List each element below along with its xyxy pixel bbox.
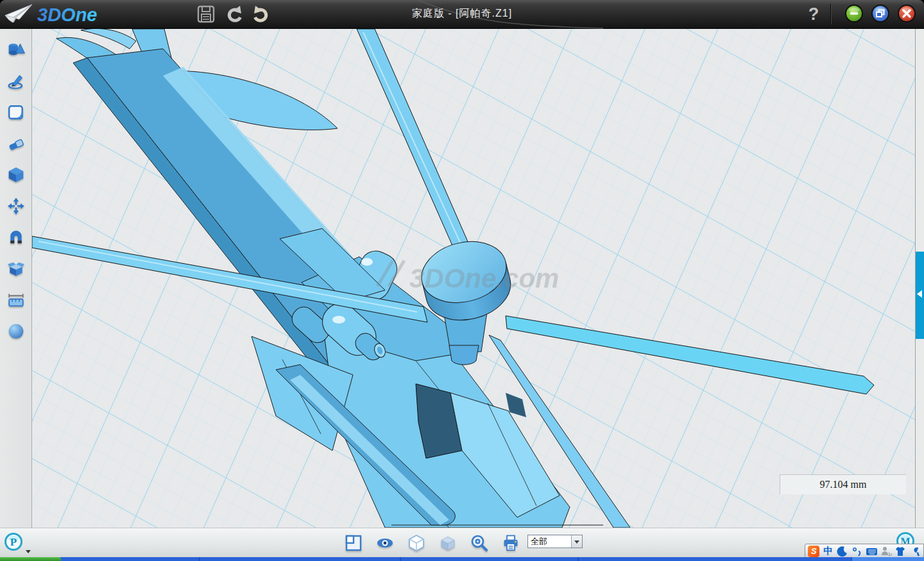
shaded-display-button[interactable]	[439, 534, 457, 552]
minimize-button[interactable]	[844, 4, 864, 23]
wireframe-display-button[interactable]	[407, 534, 425, 552]
os-taskbar[interactable]	[0, 557, 924, 561]
application-window: 3DOne 家庭版 - [阿帕奇.Z1] ?	[0, 0, 924, 561]
sidebar-item-measure[interactable]	[7, 291, 25, 309]
close-button[interactable]	[897, 4, 916, 23]
svg-text:P: P	[10, 536, 17, 548]
sidebar-item-solid-edit[interactable]	[7, 166, 25, 184]
ime-softkeyboard-button[interactable]	[865, 545, 878, 557]
view-toolbar: P	[0, 528, 924, 557]
display-filter-button[interactable]	[571, 535, 582, 548]
keyboard-icon	[866, 546, 878, 557]
minimize-glyph	[850, 12, 859, 15]
watermark-text: 3DOne.com	[409, 263, 559, 293]
titlebar-divider	[830, 4, 831, 24]
ime-punctuation-toggle[interactable]	[851, 545, 864, 557]
sidebar-item-assembly-box[interactable]	[7, 259, 25, 277]
right-panel-strip	[915, 29, 924, 528]
tool-sidebar	[0, 29, 32, 528]
visibility-eye-button[interactable]	[376, 534, 394, 552]
display-filter-select[interactable]: 全部	[527, 535, 583, 548]
engine-highlight	[361, 258, 373, 266]
sidebar-item-sketch-edit[interactable]	[7, 103, 25, 121]
sidebar-item-material-render[interactable]	[7, 322, 25, 340]
title-bar[interactable]: 3DOne 家庭版 - [阿帕奇.Z1] ?	[0, 0, 924, 29]
sidebar-item-primitive-solids[interactable]	[7, 41, 25, 59]
ime-skin-button[interactable]	[894, 545, 907, 557]
status-readout: 97.104 mm	[780, 474, 906, 494]
sidebar-item-special-deform[interactable]	[7, 135, 25, 153]
view-orientation-button[interactable]	[345, 534, 363, 552]
system-tray-sliver	[851, 557, 924, 561]
user-icon: 14	[880, 546, 892, 557]
viewport-3d[interactable]: 3DOne.com 97.104 mm	[32, 29, 915, 528]
plugin-dropdown-caret[interactable]	[26, 550, 31, 553]
panel-collapse-tab[interactable]	[916, 252, 924, 339]
sidebar-item-sketch-draw[interactable]	[7, 73, 25, 91]
sidebar-item-move-transform[interactable]	[7, 197, 25, 215]
taskbar-separator	[199, 557, 200, 561]
help-button[interactable]: ?	[805, 1, 823, 27]
ime-user-button[interactable]: 14	[880, 545, 893, 557]
plugin-badge-p[interactable]: P	[4, 532, 23, 551]
skin-shirt-icon	[894, 546, 906, 557]
chevron-down-icon	[574, 540, 579, 544]
wrench-icon	[909, 546, 921, 557]
ime-logo-button[interactable]: S	[807, 545, 820, 557]
svg-text:14: 14	[888, 552, 892, 557]
sogou-logo-icon: S	[808, 546, 819, 557]
display-filter-value: 全部	[531, 535, 569, 548]
punctuation-icon	[851, 546, 863, 557]
print-button[interactable]	[502, 534, 520, 552]
ime-settings-button[interactable]	[909, 545, 921, 557]
ime-language-bar: S 中	[805, 544, 924, 558]
zoom-lens-button[interactable]	[470, 534, 488, 552]
moon-icon	[837, 546, 848, 557]
ime-lang-toggle[interactable]: 中	[822, 545, 835, 557]
taskbar-separator	[578, 557, 579, 561]
viewport-canvas: 3DOne.com	[32, 29, 915, 528]
collapse-arrow-icon	[917, 290, 922, 298]
restore-button[interactable]	[871, 4, 890, 23]
taskbar-separator	[400, 557, 401, 561]
sidebar-item-snap-magnet[interactable]	[7, 229, 25, 246]
rotor-mast	[449, 345, 479, 365]
window-title: 家庭版 - [阿帕奇.Z1]	[0, 0, 924, 27]
ime-fullhalf-toggle[interactable]	[836, 545, 849, 557]
start-button-sliver[interactable]	[0, 557, 61, 561]
